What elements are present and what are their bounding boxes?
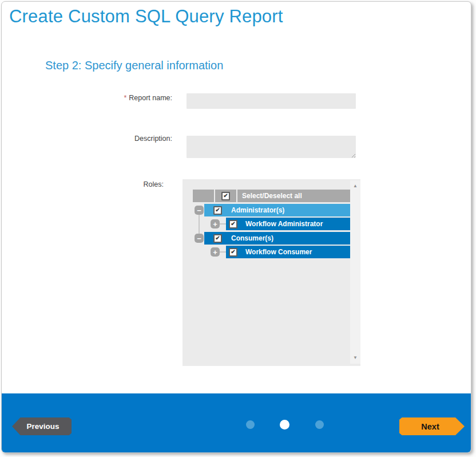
tree-row-workflow-administrator[interactable]: ✔ Workflow Administrator [226, 218, 350, 230]
collapse-button[interactable]: − [195, 206, 204, 215]
scroll-down-icon[interactable]: ▼ [350, 354, 360, 361]
next-button[interactable]: Next [399, 417, 465, 435]
footer-bar: Previous Next [2, 393, 471, 453]
row-checkbox[interactable]: ✔ [229, 220, 237, 229]
row-checkbox[interactable]: ✔ [229, 248, 237, 257]
tree-row-consumers[interactable]: ✔ Consumer(s) [204, 232, 350, 245]
step-heading: Step 2: Specify general information [45, 59, 223, 72]
expand-button[interactable]: + [211, 219, 220, 229]
tree-header-row[interactable]: Select/Deselect all [237, 190, 350, 202]
roles-scrollbar[interactable]: ▲ ▼ [350, 180, 360, 364]
tree-connector-line [220, 223, 226, 224]
scroll-up-icon[interactable]: ▲ [350, 183, 360, 190]
report-name-input[interactable] [187, 93, 356, 109]
check-icon: ✔ [215, 207, 220, 213]
page-title: Create Custom SQL Query Report [9, 6, 283, 27]
tree-header-label: Select/Deselect all [242, 192, 302, 200]
collapse-button[interactable]: − [195, 234, 204, 243]
check-icon: ✔ [231, 249, 235, 255]
select-all-checkbox[interactable]: ✔ [221, 192, 230, 200]
row-label: Workflow Administrator [245, 220, 323, 228]
tree-header-checkbox-cell: ✔ [215, 190, 236, 202]
report-name-label-text: Report name: [129, 94, 172, 102]
roles-label: Roles: [62, 180, 164, 188]
row-label: Administrator(s) [231, 206, 284, 214]
previous-button[interactable]: Previous [12, 417, 72, 435]
roles-panel: ✔ Select/Deselect all − ✔ Administrator(… [183, 179, 360, 366]
check-icon: ✔ [231, 221, 235, 227]
plus-icon: + [213, 249, 217, 256]
report-name-label: *Report name: [70, 94, 172, 102]
description-label: Description: [70, 135, 172, 143]
tree-row-workflow-consumer[interactable]: ✔ Workflow Consumer [226, 246, 350, 258]
plus-icon: + [213, 220, 217, 228]
row-checkbox[interactable]: ✔ [213, 206, 222, 215]
minus-icon: − [197, 235, 201, 242]
step-dot-3 [315, 420, 324, 429]
step-dot-2 [280, 420, 289, 430]
check-icon: ✔ [215, 235, 220, 241]
tree-connector-line [199, 215, 200, 234]
row-label: Consumer(s) [231, 234, 273, 242]
row-label: Workflow Consumer [245, 248, 312, 256]
tree-row-administrators[interactable]: ✔ Administrator(s) [204, 204, 350, 216]
check-icon: ✔ [223, 193, 228, 199]
row-checkbox[interactable]: ✔ [213, 234, 222, 243]
tree-connector-line [220, 251, 226, 253]
required-asterisk: * [124, 94, 126, 102]
minus-icon: − [197, 207, 201, 214]
description-textarea[interactable] [187, 136, 356, 158]
wizard-window: Create Custom SQL Query Report Step 2: S… [1, 1, 471, 453]
tree-header-spacer-cell [193, 190, 214, 202]
step-dot-1 [246, 420, 255, 429]
expand-button[interactable]: + [211, 247, 220, 257]
